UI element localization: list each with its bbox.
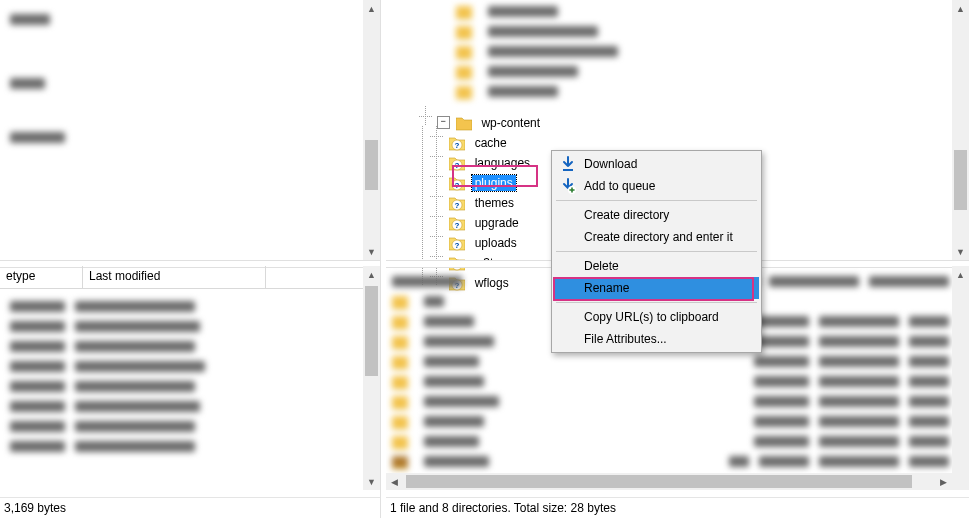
menu-item-label: File Attributes... xyxy=(584,332,667,346)
menu-item-download[interactable]: Download xyxy=(554,153,759,175)
local-status-bar: 3,169 bytes xyxy=(0,497,380,518)
local-tree-scrollbar[interactable]: ▲ ▼ xyxy=(363,0,380,260)
scroll-down-icon[interactable]: ▼ xyxy=(363,473,380,490)
column-header-filetype[interactable]: etype xyxy=(0,266,83,288)
menu-separator xyxy=(556,200,757,201)
download-icon xyxy=(560,156,576,172)
scroll-up-icon[interactable]: ▲ xyxy=(363,266,380,283)
menu-item-file-attributes[interactable]: File Attributes... xyxy=(554,328,759,350)
scroll-down-icon[interactable]: ▼ xyxy=(363,243,380,260)
menu-item-label: Create directory and enter it xyxy=(584,230,733,244)
local-file-list-pane[interactable]: etype Last modified ▲ ▼ xyxy=(0,266,380,490)
menu-item-delete[interactable]: Delete xyxy=(554,255,759,277)
remote-list-scrollbar[interactable]: ▲ ▼ xyxy=(952,266,969,490)
scroll-right-icon[interactable]: ▶ xyxy=(935,473,952,490)
scroll-left-icon[interactable]: ◀ xyxy=(386,473,403,490)
tree-node-cache[interactable]: cache xyxy=(386,126,952,146)
menu-item-label: Download xyxy=(584,157,637,171)
local-list-header: etype Last modified xyxy=(0,266,380,289)
menu-item-label: Add to queue xyxy=(584,179,655,193)
column-header-last-modified[interactable]: Last modified xyxy=(83,266,266,288)
scroll-down-icon[interactable]: ▼ xyxy=(952,243,969,260)
menu-item-create-directory[interactable]: Create directory xyxy=(554,204,759,226)
scroll-up-icon[interactable]: ▲ xyxy=(363,0,380,17)
menu-item-rename[interactable]: Rename xyxy=(554,277,759,299)
menu-separator xyxy=(556,251,757,252)
remote-status-bar: 1 file and 8 directories. Total size: 28… xyxy=(386,497,969,518)
menu-item-copy-urls[interactable]: Copy URL(s) to clipboard xyxy=(554,306,759,328)
remote-list-hscrollbar[interactable]: ◀ ▶ xyxy=(386,473,952,490)
scroll-up-icon[interactable]: ▲ xyxy=(952,266,969,283)
tree-node-wp-content[interactable]: − wp-content xyxy=(386,106,952,126)
add-to-queue-icon xyxy=(560,178,576,194)
context-menu[interactable]: Download Add to queue Create directory C… xyxy=(551,150,762,353)
remote-tree-scrollbar[interactable]: ▲ ▼ xyxy=(952,0,969,260)
menu-item-label: Delete xyxy=(584,259,619,273)
menu-item-add-to-queue[interactable]: Add to queue xyxy=(554,175,759,197)
scroll-up-icon[interactable]: ▲ xyxy=(952,0,969,17)
local-list-scrollbar[interactable]: ▲ ▼ xyxy=(363,266,380,490)
menu-item-create-directory-enter[interactable]: Create directory and enter it xyxy=(554,226,759,248)
menu-item-label: Create directory xyxy=(584,208,669,222)
menu-item-label: Rename xyxy=(584,281,629,295)
local-tree-pane[interactable]: ▲ ▼ xyxy=(0,0,380,260)
menu-separator xyxy=(556,302,757,303)
menu-item-label: Copy URL(s) to clipboard xyxy=(584,310,719,324)
